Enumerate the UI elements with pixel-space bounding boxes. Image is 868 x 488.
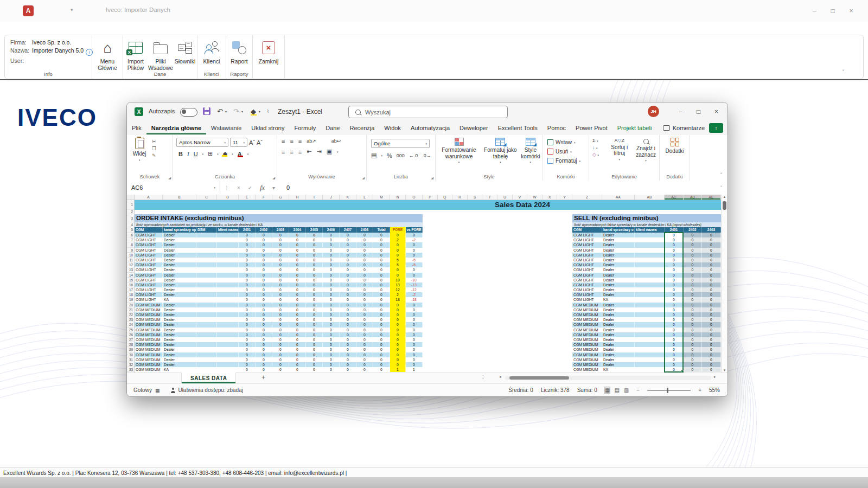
- cell[interactable]: 0: [323, 287, 340, 292]
- cell[interactable]: 0: [289, 303, 306, 307]
- cell[interactable]: Dealer: [602, 342, 635, 347]
- accounting-format-icon[interactable]: ▤: [371, 152, 376, 159]
- cell[interactable]: 0: [665, 282, 684, 287]
- cell[interactable]: 0: [702, 342, 721, 347]
- excel-tab-widok[interactable]: Widok: [379, 121, 406, 134]
- cell[interactable]: 0: [256, 362, 272, 367]
- cell[interactable]: CGM LIGHT: [572, 237, 602, 242]
- header-cell[interactable]: kanal sprzedazy o DSM: [602, 227, 635, 233]
- cell[interactable]: Dealer: [602, 362, 635, 367]
- cell[interactable]: 0: [702, 278, 721, 282]
- cell[interactable]: 0: [239, 297, 256, 302]
- cell[interactable]: 0: [306, 242, 323, 247]
- cell[interactable]: 0: [340, 278, 356, 282]
- vertical-scrollbar[interactable]: ▲ ▼: [721, 195, 727, 373]
- cell[interactable]: 0: [406, 337, 423, 342]
- alignment-dialog-launcher-icon[interactable]: ◢: [362, 176, 365, 179]
- cell[interactable]: CGM LIGHT: [135, 237, 163, 242]
- cell[interactable]: CGM MEDIUM: [135, 312, 163, 317]
- header-cell[interactable]: vs FORE: [406, 227, 423, 233]
- cell[interactable]: 0: [256, 297, 272, 302]
- cell[interactable]: 0: [373, 303, 390, 307]
- cell[interactable]: [196, 287, 217, 292]
- header-cell[interactable]: 2403: [272, 227, 289, 233]
- excel-tab-formu-y[interactable]: Formuły: [289, 121, 321, 134]
- row-header-5[interactable]: 5: [127, 227, 134, 233]
- cell[interactable]: 0: [289, 297, 306, 302]
- cell[interactable]: Dealer: [602, 292, 635, 297]
- cell[interactable]: Dealer: [602, 262, 635, 267]
- zoom-slider[interactable]: [647, 390, 691, 391]
- cell[interactable]: 0: [702, 287, 721, 292]
- cell[interactable]: [196, 258, 217, 262]
- excel-tab-automatyzacja[interactable]: Automatyzacja: [406, 121, 455, 134]
- cell[interactable]: 0: [702, 322, 721, 327]
- cell[interactable]: 0: [356, 357, 373, 362]
- cell[interactable]: 0: [306, 262, 323, 267]
- cell[interactable]: 0: [323, 342, 340, 347]
- row-header-33[interactable]: 33: [127, 367, 134, 372]
- cell[interactable]: [217, 262, 239, 267]
- cell[interactable]: 0: [323, 267, 340, 272]
- cell[interactable]: 0: [665, 233, 684, 237]
- cell[interactable]: 0: [702, 312, 721, 317]
- cell[interactable]: 0: [256, 328, 272, 332]
- cell[interactable]: 0: [256, 312, 272, 317]
- header-cell[interactable]: 2408: [356, 227, 373, 233]
- cell[interactable]: [635, 292, 665, 297]
- search-input[interactable]: Wyszukaj: [348, 106, 508, 118]
- grow-font-icon[interactable]: Aˆ: [249, 139, 255, 146]
- cell[interactable]: 0: [702, 248, 721, 253]
- cell[interactable]: 0: [289, 347, 306, 352]
- cell[interactable]: 0: [684, 292, 702, 297]
- cell[interactable]: 0: [306, 332, 323, 337]
- cell[interactable]: 0: [306, 342, 323, 347]
- cell[interactable]: 0: [356, 253, 373, 258]
- cell[interactable]: 0: [665, 357, 684, 362]
- column-header-Y[interactable]: Y: [557, 195, 572, 200]
- cell[interactable]: CGM LIGHT: [572, 297, 602, 302]
- cell[interactable]: 0: [373, 357, 390, 362]
- row-header-2[interactable]: 2: [127, 210, 134, 214]
- cell[interactable]: 0: [272, 287, 289, 292]
- cell[interactable]: 0: [356, 352, 373, 357]
- cell[interactable]: 0: [239, 237, 256, 242]
- column-header-F[interactable]: F: [256, 195, 272, 200]
- cell[interactable]: 0: [272, 267, 289, 272]
- cell[interactable]: 0: [323, 322, 340, 327]
- cell[interactable]: 0: [356, 287, 373, 292]
- cell[interactable]: Dealer: [163, 328, 196, 332]
- macro-record-icon[interactable]: ▦: [155, 388, 160, 393]
- cell[interactable]: 0: [373, 337, 390, 342]
- cell[interactable]: Dealer: [602, 322, 635, 327]
- sell-in-table[interactable]: SELL IN (excluding minibus)Ilość wprowad…: [572, 214, 721, 372]
- cell[interactable]: [635, 307, 665, 312]
- cell[interactable]: [217, 303, 239, 307]
- cell[interactable]: 0: [239, 233, 256, 237]
- cell[interactable]: CGM LIGHT: [135, 242, 163, 247]
- cell[interactable]: Dealer: [163, 303, 196, 307]
- cell[interactable]: CGM MEDIUM: [135, 362, 163, 367]
- cell[interactable]: 0: [684, 262, 702, 267]
- excel-tab-plik[interactable]: Plik: [127, 121, 146, 134]
- cell[interactable]: 0: [406, 352, 423, 357]
- cell[interactable]: Dealer: [602, 337, 635, 342]
- cell[interactable]: 0: [340, 367, 356, 372]
- header-cell[interactable]: DSM: [196, 227, 217, 233]
- excel-tab-dane[interactable]: Dane: [321, 121, 344, 134]
- cell[interactable]: 0: [665, 347, 684, 352]
- excel-tab-pomoc[interactable]: Pomoc: [542, 121, 571, 134]
- cell[interactable]: [635, 342, 665, 347]
- cell[interactable]: 0: [665, 278, 684, 282]
- cell[interactable]: 0: [239, 347, 256, 352]
- cell[interactable]: CGM LIGHT: [572, 248, 602, 253]
- cell[interactable]: 0: [373, 312, 390, 317]
- cell[interactable]: 0: [239, 367, 256, 372]
- cell[interactable]: Dealer: [163, 242, 196, 247]
- decrease-decimal-icon[interactable]: .0→: [422, 153, 431, 158]
- cell[interactable]: 0: [340, 312, 356, 317]
- cell-styles-button[interactable]: Style komórki ▾: [519, 138, 542, 166]
- cell[interactable]: 0: [239, 292, 256, 297]
- cell[interactable]: [635, 297, 665, 302]
- cell[interactable]: Dealer: [602, 352, 635, 357]
